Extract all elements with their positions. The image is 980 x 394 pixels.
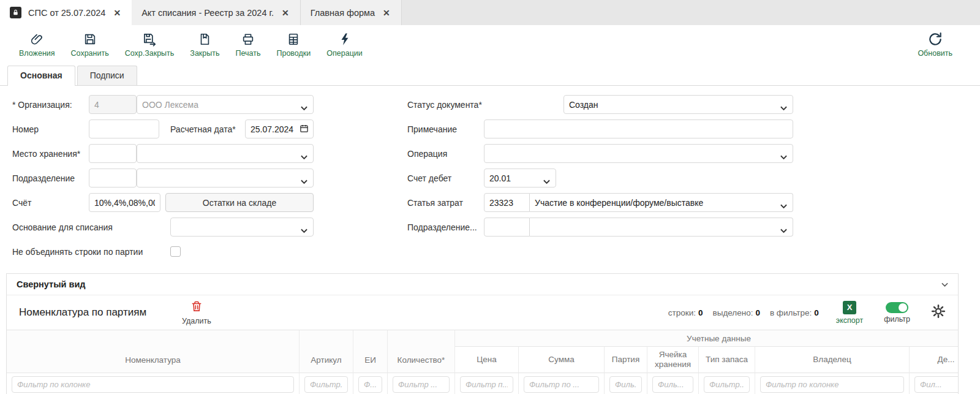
column-header-unit[interactable]: ЕИ: [353, 330, 388, 373]
filter-input-article[interactable]: [304, 376, 348, 393]
cost-item-select[interactable]: Участие в конференции/форуме/выставке: [530, 193, 793, 212]
department-code-input[interactable]: [89, 169, 137, 188]
filter-input-unit[interactable]: [358, 376, 382, 393]
delete-label: Удалить: [182, 317, 211, 325]
column-header-stock-type[interactable]: Тип запаса: [699, 347, 755, 373]
column-header-sum[interactable]: Сумма: [519, 347, 605, 373]
grid-title: Номенклатура по партиям: [19, 306, 146, 319]
cost-item-code-input[interactable]: [484, 193, 530, 212]
grid-stats: строки:0 выделено:0 в фильтре:0: [668, 308, 819, 317]
filter-input-quantity[interactable]: [393, 376, 450, 393]
filter-input-price[interactable]: [460, 376, 513, 393]
column-header-article[interactable]: Артикул: [300, 330, 353, 373]
filter-input-nomenclature[interactable]: [12, 376, 294, 393]
storage-place-code-input[interactable]: [89, 144, 137, 163]
department-select[interactable]: [137, 169, 314, 188]
close-icon[interactable]: ✕: [382, 7, 391, 19]
filter-input-storage-cell[interactable]: [652, 376, 693, 393]
window-tab-label: Акт списания - Реестр за 2024 г.: [141, 8, 274, 18]
operations-button[interactable]: Операции: [318, 29, 370, 60]
status-label: Статус документа*: [407, 100, 484, 110]
collapsed-view-toggle[interactable]: Свернутый вид: [7, 274, 958, 295]
status-value: Создан: [569, 100, 598, 110]
column-header-quantity[interactable]: Количество*: [388, 330, 455, 373]
close-icon[interactable]: ✕: [281, 7, 290, 19]
department2-select[interactable]: [530, 218, 793, 237]
organization-select[interactable]: ООО Лексема: [137, 95, 314, 114]
filter-input-owner[interactable]: [760, 376, 904, 393]
calc-date-input[interactable]: 25.07.2024: [245, 119, 314, 138]
save-close-icon: [143, 32, 157, 47]
toolbar-label: Операции: [326, 49, 362, 58]
chevron-down-icon: [543, 176, 550, 187]
column-header-batch[interactable]: Партия: [605, 347, 647, 373]
storage-place-row: Место хранения*: [12, 144, 314, 163]
toggle-knob: [899, 303, 907, 312]
attachments-icon: [30, 32, 44, 47]
tab-main[interactable]: Основная: [7, 66, 75, 86]
close-icon[interactable]: ✕: [112, 7, 122, 19]
print-button[interactable]: Печать: [228, 29, 269, 60]
number-row: Номер Расчетная дата* 25.07.2024: [12, 119, 314, 138]
calendar-icon[interactable]: [300, 124, 309, 135]
filter-input-sum[interactable]: [524, 376, 599, 393]
column-header-owner[interactable]: Владелец: [755, 347, 910, 373]
grid-settings-button[interactable]: [931, 304, 946, 321]
postings-icon: [287, 32, 300, 47]
filtered-count: в фильтре:0: [770, 308, 819, 317]
tab-signatures[interactable]: Подписи: [77, 66, 137, 85]
chevron-down-icon: [780, 102, 787, 113]
calc-date-value: 25.07.2024: [251, 124, 293, 134]
filter-input-stock-type[interactable]: [704, 376, 750, 393]
delete-rows-button[interactable]: Удалить: [182, 300, 211, 325]
note-input[interactable]: [484, 119, 793, 138]
number-input[interactable]: [89, 119, 159, 138]
storage-place-select[interactable]: [137, 144, 314, 163]
close-document-icon: [198, 32, 211, 47]
toolbar-label: Сохр.Закрыть: [125, 49, 175, 58]
stock-balance-button[interactable]: Остатки на складе: [165, 193, 314, 212]
writeoff-basis-select[interactable]: [170, 218, 314, 237]
filter-input-batch[interactable]: [609, 376, 642, 393]
organization-code-input[interactable]: [89, 95, 137, 114]
attachments-button[interactable]: Вложения: [11, 29, 63, 60]
column-header-storage-cell[interactable]: Ячейка хранения: [647, 347, 699, 373]
operation-select[interactable]: [484, 144, 793, 163]
postings-button[interactable]: Проводки: [268, 29, 318, 60]
save-button[interactable]: Сохранить: [63, 29, 117, 60]
document-form: * Организация: ООО Лексема Номер Расчетн…: [0, 86, 980, 269]
operation-label: Операция: [407, 149, 484, 159]
debit-account-value: 20.01: [489, 173, 511, 183]
refresh-button[interactable]: Обновить: [910, 29, 960, 60]
account-input[interactable]: [89, 193, 160, 212]
nomenclature-table: Номенклатура Артикул ЕИ Количество* Учет…: [7, 330, 958, 394]
filter-input-de[interactable]: [914, 376, 958, 393]
note-label: Примечание: [407, 124, 484, 134]
window-tab-sps[interactable]: СПС от 25.07.2024 ✕: [0, 0, 132, 25]
form-left-column: * Организация: ООО Лексема Номер Расчетн…: [12, 95, 314, 267]
no-merge-row: Не объединять строки по партии: [12, 242, 314, 261]
filter-toggle-button[interactable]: фильтр: [884, 302, 910, 324]
toolbar-label: Печать: [236, 49, 261, 58]
column-header-nomenclature[interactable]: Номенклатура: [7, 330, 300, 373]
status-select[interactable]: Создан: [564, 95, 793, 114]
debit-account-select[interactable]: 20.01: [484, 169, 556, 188]
column-header-de[interactable]: Де...: [910, 347, 958, 373]
department2-code-input[interactable]: [484, 218, 530, 237]
writeoff-basis-label: Основание для списания: [12, 222, 170, 232]
rows-count: строки:0: [668, 308, 703, 317]
save-close-button[interactable]: Сохр.Закрыть: [117, 29, 183, 60]
chevron-down-icon: [780, 200, 787, 211]
print-icon: [241, 32, 255, 47]
excel-export-icon: X: [843, 301, 856, 314]
operations-icon: [338, 32, 352, 47]
department-row: Подразделение: [12, 169, 314, 188]
no-merge-checkbox[interactable]: [170, 246, 181, 257]
window-tab-main-form[interactable]: Главная форма ✕: [301, 0, 402, 25]
export-excel-button[interactable]: X экспорт: [836, 301, 863, 325]
column-header-price[interactable]: Цена: [455, 347, 519, 373]
document-lock-icon: [10, 7, 21, 18]
window-tab-registry[interactable]: Акт списания - Реестр за 2024 г. ✕: [132, 0, 301, 25]
filter-toggle-switch[interactable]: [886, 302, 908, 313]
close-document-button[interactable]: Закрыть: [182, 29, 227, 60]
